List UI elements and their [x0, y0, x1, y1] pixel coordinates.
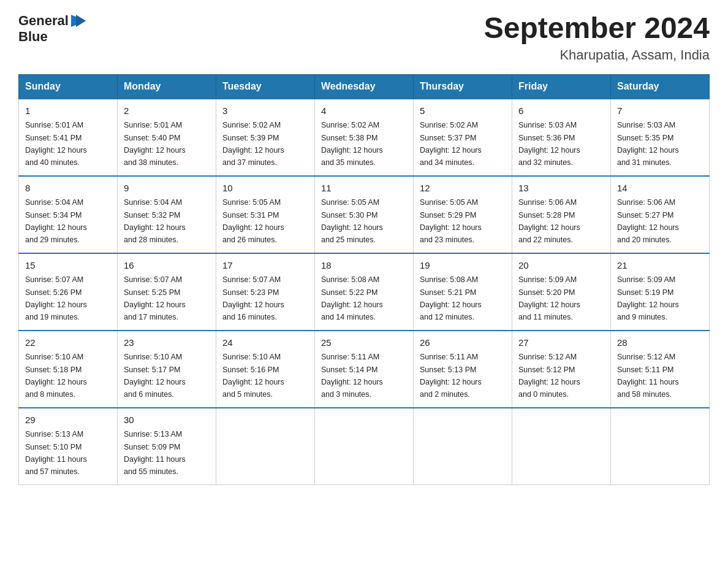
day-info: Sunrise: 5:01 AMSunset: 5:41 PMDaylight:…: [25, 121, 87, 167]
calendar-cell: 6 Sunrise: 5:03 AMSunset: 5:36 PMDayligh…: [512, 99, 611, 176]
day-info: Sunrise: 5:08 AMSunset: 5:22 PMDaylight:…: [321, 275, 383, 321]
day-info: Sunrise: 5:12 AMSunset: 5:12 PMDaylight:…: [518, 353, 580, 399]
day-info: Sunrise: 5:13 AMSunset: 5:10 PMDaylight:…: [25, 430, 87, 476]
calendar-body: 1 Sunrise: 5:01 AMSunset: 5:41 PMDayligh…: [19, 99, 710, 485]
calendar-cell: 17 Sunrise: 5:07 AMSunset: 5:23 PMDaylig…: [216, 253, 315, 331]
day-number: 13: [518, 182, 604, 196]
day-number: 14: [617, 182, 703, 196]
week-row-1: 1 Sunrise: 5:01 AMSunset: 5:41 PMDayligh…: [19, 99, 710, 176]
calendar-header: SundayMondayTuesdayWednesdayThursdayFrid…: [19, 74, 710, 99]
day-info: Sunrise: 5:11 AMSunset: 5:14 PMDaylight:…: [321, 353, 383, 399]
header-monday: Monday: [118, 74, 216, 99]
calendar-cell: 29 Sunrise: 5:13 AMSunset: 5:10 PMDaylig…: [19, 408, 118, 485]
day-number: 1: [25, 104, 111, 118]
day-info: Sunrise: 5:10 AMSunset: 5:18 PMDaylight:…: [25, 353, 87, 399]
day-number: 28: [617, 336, 703, 350]
week-row-3: 15 Sunrise: 5:07 AMSunset: 5:26 PMDaylig…: [19, 253, 710, 331]
day-info: Sunrise: 5:12 AMSunset: 5:11 PMDaylight:…: [617, 353, 679, 399]
day-info: Sunrise: 5:06 AMSunset: 5:28 PMDaylight:…: [518, 198, 580, 244]
calendar-cell: 27 Sunrise: 5:12 AMSunset: 5:12 PMDaylig…: [512, 331, 611, 408]
calendar-cell: 28 Sunrise: 5:12 AMSunset: 5:11 PMDaylig…: [611, 331, 710, 408]
day-info: Sunrise: 5:09 AMSunset: 5:20 PMDaylight:…: [518, 275, 580, 321]
day-info: Sunrise: 5:04 AMSunset: 5:34 PMDaylight:…: [25, 198, 87, 244]
day-info: Sunrise: 5:13 AMSunset: 5:09 PMDaylight:…: [124, 430, 186, 476]
day-info: Sunrise: 5:03 AMSunset: 5:36 PMDaylight:…: [518, 121, 580, 167]
calendar-cell: 12 Sunrise: 5:05 AMSunset: 5:29 PMDaylig…: [414, 176, 512, 253]
calendar-cell: 11 Sunrise: 5:05 AMSunset: 5:30 PMDaylig…: [315, 176, 414, 253]
day-number: 18: [321, 259, 407, 273]
week-row-4: 22 Sunrise: 5:10 AMSunset: 5:18 PMDaylig…: [19, 331, 710, 408]
calendar-cell: 21 Sunrise: 5:09 AMSunset: 5:19 PMDaylig…: [611, 253, 710, 331]
day-info: Sunrise: 5:11 AMSunset: 5:13 PMDaylight:…: [420, 353, 482, 399]
day-number: 24: [222, 336, 308, 350]
day-number: 5: [420, 104, 506, 118]
logo: General Blue: [18, 12, 87, 44]
day-info: Sunrise: 5:07 AMSunset: 5:25 PMDaylight:…: [124, 275, 186, 321]
page-header: General Blue September 2024 Kharupatia, …: [18, 12, 710, 63]
calendar-table: SundayMondayTuesdayWednesdayThursdayFrid…: [18, 74, 710, 485]
day-number: 8: [25, 182, 111, 196]
header-saturday: Saturday: [611, 74, 710, 99]
calendar-cell: [216, 408, 315, 485]
header-wednesday: Wednesday: [315, 74, 414, 99]
day-info: Sunrise: 5:08 AMSunset: 5:21 PMDaylight:…: [420, 275, 482, 321]
day-number: 25: [321, 336, 407, 350]
day-info: Sunrise: 5:09 AMSunset: 5:19 PMDaylight:…: [617, 275, 679, 321]
calendar-cell: 9 Sunrise: 5:04 AMSunset: 5:32 PMDayligh…: [118, 176, 216, 253]
calendar-cell: [315, 408, 414, 485]
calendar-cell: 24 Sunrise: 5:10 AMSunset: 5:16 PMDaylig…: [216, 331, 315, 408]
day-info: Sunrise: 5:06 AMSunset: 5:27 PMDaylight:…: [617, 198, 679, 244]
day-info: Sunrise: 5:10 AMSunset: 5:16 PMDaylight:…: [222, 353, 284, 399]
calendar-cell: [414, 408, 512, 485]
day-number: 17: [222, 259, 308, 273]
calendar-cell: 18 Sunrise: 5:08 AMSunset: 5:22 PMDaylig…: [315, 253, 414, 331]
calendar-cell: 25 Sunrise: 5:11 AMSunset: 5:14 PMDaylig…: [315, 331, 414, 408]
day-info: Sunrise: 5:05 AMSunset: 5:31 PMDaylight:…: [222, 198, 284, 244]
day-number: 19: [420, 259, 506, 273]
day-number: 29: [25, 413, 111, 427]
header-sunday: Sunday: [19, 74, 118, 99]
day-number: 10: [222, 182, 308, 196]
calendar-cell: 30 Sunrise: 5:13 AMSunset: 5:09 PMDaylig…: [118, 408, 216, 485]
calendar-cell: 13 Sunrise: 5:06 AMSunset: 5:28 PMDaylig…: [512, 176, 611, 253]
day-number: 20: [518, 259, 604, 273]
day-info: Sunrise: 5:10 AMSunset: 5:17 PMDaylight:…: [124, 353, 186, 399]
day-number: 3: [222, 104, 308, 118]
day-info: Sunrise: 5:07 AMSunset: 5:26 PMDaylight:…: [25, 275, 87, 321]
calendar-cell: 5 Sunrise: 5:02 AMSunset: 5:37 PMDayligh…: [414, 99, 512, 176]
day-number: 6: [518, 104, 604, 118]
day-number: 30: [124, 413, 210, 427]
day-number: 22: [25, 336, 111, 350]
title-block: September 2024 Kharupatia, Assam, India: [484, 12, 710, 63]
calendar-cell: [611, 408, 710, 485]
calendar-cell: 15 Sunrise: 5:07 AMSunset: 5:26 PMDaylig…: [19, 253, 118, 331]
header-tuesday: Tuesday: [216, 74, 315, 99]
logo-triangle-icon: [70, 12, 87, 29]
day-number: 27: [518, 336, 604, 350]
calendar-cell: 23 Sunrise: 5:10 AMSunset: 5:17 PMDaylig…: [118, 331, 216, 408]
day-number: 9: [124, 182, 210, 196]
calendar-cell: 22 Sunrise: 5:10 AMSunset: 5:18 PMDaylig…: [19, 331, 118, 408]
calendar-cell: 14 Sunrise: 5:06 AMSunset: 5:27 PMDaylig…: [611, 176, 710, 253]
day-number: 23: [124, 336, 210, 350]
day-number: 7: [617, 104, 703, 118]
calendar-cell: 16 Sunrise: 5:07 AMSunset: 5:25 PMDaylig…: [118, 253, 216, 331]
calendar-cell: 10 Sunrise: 5:05 AMSunset: 5:31 PMDaylig…: [216, 176, 315, 253]
day-info: Sunrise: 5:07 AMSunset: 5:23 PMDaylight:…: [222, 275, 284, 321]
svg-marker-1: [76, 15, 86, 27]
day-number: 4: [321, 104, 407, 118]
calendar-cell: 26 Sunrise: 5:11 AMSunset: 5:13 PMDaylig…: [414, 331, 512, 408]
day-info: Sunrise: 5:01 AMSunset: 5:40 PMDaylight:…: [124, 121, 186, 167]
calendar-cell: 3 Sunrise: 5:02 AMSunset: 5:39 PMDayligh…: [216, 99, 315, 176]
logo-text-general: General: [18, 13, 69, 28]
calendar-cell: 4 Sunrise: 5:02 AMSunset: 5:38 PMDayligh…: [315, 99, 414, 176]
day-number: 11: [321, 182, 407, 196]
day-info: Sunrise: 5:04 AMSunset: 5:32 PMDaylight:…: [124, 198, 186, 244]
day-number: 2: [124, 104, 210, 118]
day-info: Sunrise: 5:03 AMSunset: 5:35 PMDaylight:…: [617, 121, 679, 167]
day-info: Sunrise: 5:05 AMSunset: 5:30 PMDaylight:…: [321, 198, 383, 244]
calendar-cell: [512, 408, 611, 485]
day-info: Sunrise: 5:05 AMSunset: 5:29 PMDaylight:…: [420, 198, 482, 244]
day-number: 26: [420, 336, 506, 350]
calendar-cell: 7 Sunrise: 5:03 AMSunset: 5:35 PMDayligh…: [611, 99, 710, 176]
